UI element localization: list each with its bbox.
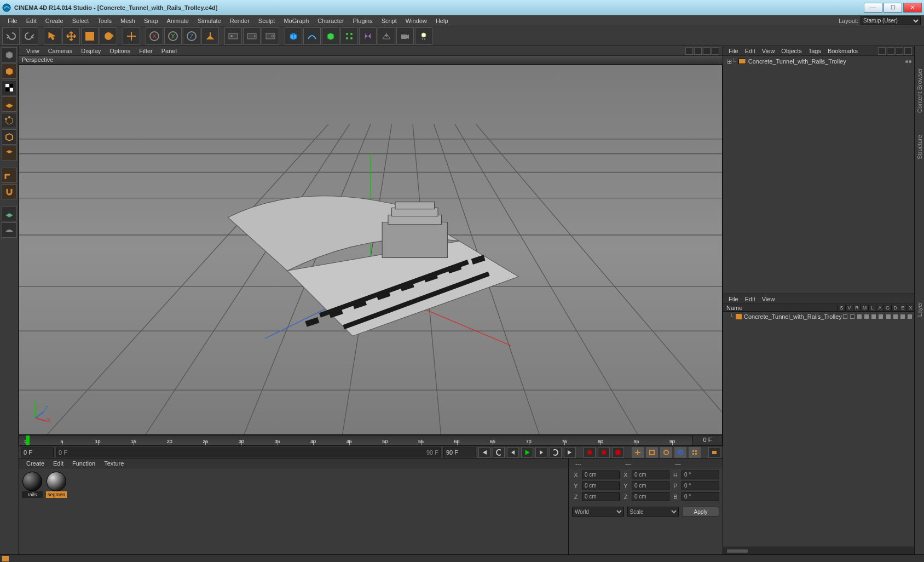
undo-button[interactable]: [2, 27, 20, 45]
column-header[interactable]: D: [891, 305, 899, 311]
layer-menu-file[interactable]: File: [725, 296, 742, 302]
column-header[interactable]: S: [838, 305, 845, 311]
polygon-mode-icon[interactable]: [2, 146, 17, 161]
menu-edit[interactable]: Edit: [22, 16, 41, 25]
coord-mode-dropdown[interactable]: Scale: [627, 507, 679, 517]
point-mode-icon[interactable]: [2, 113, 17, 128]
options-menu[interactable]: Options: [105, 48, 135, 54]
panel-menu[interactable]: Panel: [157, 48, 181, 54]
light-button[interactable]: [415, 27, 432, 45]
go-end-button[interactable]: [564, 447, 576, 458]
menu-render[interactable]: Render: [226, 16, 254, 25]
next-key-button[interactable]: [550, 447, 562, 458]
coord-value-field[interactable]: 0 °: [682, 492, 719, 501]
object-tree-item[interactable]: ⊞ └ Concrete_Tunnel_with_Rails_Trolley: [724, 57, 913, 66]
frame-range-field[interactable]: 0 F 90 F: [56, 448, 441, 457]
spline-button[interactable]: [303, 27, 321, 45]
column-header[interactable]: V: [845, 305, 853, 311]
mat-menu-create[interactable]: Create: [22, 460, 49, 467]
menu-mesh[interactable]: Mesh: [116, 16, 140, 25]
scale-button[interactable]: [81, 27, 99, 45]
record-button[interactable]: [584, 447, 596, 458]
autokey-button[interactable]: [598, 447, 610, 458]
coord-value-field[interactable]: 0 cm: [582, 481, 620, 490]
live-select-button[interactable]: [44, 27, 61, 45]
move-button[interactable]: [62, 27, 80, 45]
material-slot[interactable]: rails: [22, 472, 43, 551]
texture-mode-icon[interactable]: [2, 80, 17, 95]
coord-value-field[interactable]: 0 cm: [632, 481, 669, 490]
maximize-button[interactable]: ☐: [883, 3, 902, 13]
sidetab-structure[interactable]: Structure: [916, 135, 923, 159]
layer-menu-edit[interactable]: Edit: [742, 296, 759, 302]
apply-button[interactable]: Apply: [682, 507, 719, 517]
coord-value-field[interactable]: 0 cm: [632, 471, 669, 479]
layer-row[interactable]: └ Concrete_Tunnel_with_Rails_Trolley: [724, 313, 913, 320]
mat-menu-function[interactable]: Function: [68, 460, 100, 467]
menu-character[interactable]: Character: [313, 16, 348, 25]
camera-button[interactable]: [396, 27, 414, 45]
menu-create[interactable]: Create: [41, 16, 68, 25]
go-start-button[interactable]: [478, 447, 490, 458]
layer-menu-view[interactable]: View: [759, 296, 778, 302]
view-nav-rotate-icon[interactable]: [703, 47, 711, 55]
timeline[interactable]: 051015202530354045505560657075808590 0 F: [19, 435, 723, 446]
position-key-icon[interactable]: [632, 447, 644, 458]
view-toggle-panels-icon[interactable]: [712, 47, 719, 55]
redo-button[interactable]: [21, 27, 38, 45]
coord-value-field[interactable]: 0 cm: [632, 492, 669, 501]
horizontal-scrollbar[interactable]: [723, 547, 914, 554]
z-axis-lock-button[interactable]: Z: [183, 27, 200, 45]
menu-sculpt[interactable]: Sculpt: [254, 16, 280, 25]
obj-menu-view[interactable]: View: [759, 48, 778, 54]
param-key-icon[interactable]: P: [674, 447, 686, 458]
obj-menu-file[interactable]: File: [725, 48, 742, 54]
model-mode-icon[interactable]: [2, 47, 17, 62]
layer-toggle-x[interactable]: [906, 314, 913, 319]
minimize-button[interactable]: —: [864, 3, 882, 13]
column-header[interactable]: L: [868, 305, 876, 311]
column-header[interactable]: A: [876, 305, 883, 311]
coord-system-button[interactable]: [201, 27, 219, 45]
layer-toggle-v[interactable]: [849, 314, 856, 319]
object-mode-icon[interactable]: [2, 64, 17, 79]
coord-value-field[interactable]: 0 cm: [582, 471, 620, 479]
scene-button[interactable]: [378, 27, 395, 45]
view-nav-zoom-icon[interactable]: [694, 47, 702, 55]
sidetab-content-browser[interactable]: Content Browser: [916, 68, 923, 113]
obj-menu-objects[interactable]: Objects: [778, 48, 805, 54]
keyframe-sel-button[interactable]: [612, 447, 624, 458]
menu-simulate[interactable]: Simulate: [193, 16, 226, 25]
obj-filter-icon[interactable]: [887, 47, 894, 55]
y-axis-lock-button[interactable]: Y: [164, 27, 182, 45]
recent-tool-button[interactable]: [123, 27, 140, 45]
menu-tools[interactable]: Tools: [93, 16, 116, 25]
column-header[interactable]: M: [861, 305, 868, 311]
layer-toggle-e[interactable]: [899, 314, 906, 319]
render-settings-button[interactable]: [262, 27, 279, 45]
column-header[interactable]: G: [883, 305, 891, 311]
layer-toggle-d[interactable]: [892, 314, 899, 319]
array-button[interactable]: [340, 27, 358, 45]
visibility-dots-icon[interactable]: [905, 60, 913, 63]
menu-animate[interactable]: Animate: [163, 16, 193, 25]
primitive-cube-button[interactable]: [285, 27, 302, 45]
coord-space-dropdown[interactable]: World: [572, 507, 624, 517]
obj-view-icon[interactable]: [896, 47, 903, 55]
menu-plugins[interactable]: Plugins: [349, 16, 377, 25]
expand-icon[interactable]: ⊞: [726, 58, 732, 65]
mat-menu-texture[interactable]: Texture: [100, 460, 128, 467]
layer-toggle-r[interactable]: [856, 314, 863, 319]
sidetab-layer[interactable]: Layer: [916, 302, 923, 317]
deformer-button[interactable]: [359, 27, 377, 45]
layer-toggle-m[interactable]: [863, 314, 870, 319]
layer-toggle-a[interactable]: [877, 314, 885, 319]
edge-mode-icon[interactable]: [2, 129, 17, 145]
animation-mode-icon[interactable]: [708, 447, 720, 458]
column-header[interactable]: E: [899, 305, 906, 311]
layer-toggle-g[interactable]: [885, 314, 892, 319]
view-menu[interactable]: View: [22, 48, 44, 54]
view-nav-move-icon[interactable]: [685, 47, 693, 55]
end-frame-field[interactable]: 90 F: [443, 448, 476, 457]
prev-key-button[interactable]: [493, 447, 505, 458]
